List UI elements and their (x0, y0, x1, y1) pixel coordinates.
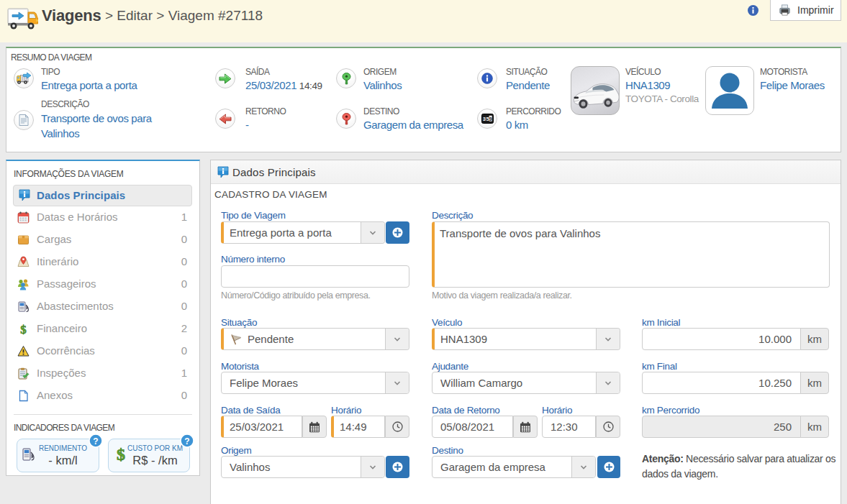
svg-text:$: $ (20, 323, 27, 335)
svg-text:?: ? (184, 436, 189, 446)
svg-text:9: 9 (489, 116, 492, 122)
svg-text:?: ? (93, 436, 98, 446)
